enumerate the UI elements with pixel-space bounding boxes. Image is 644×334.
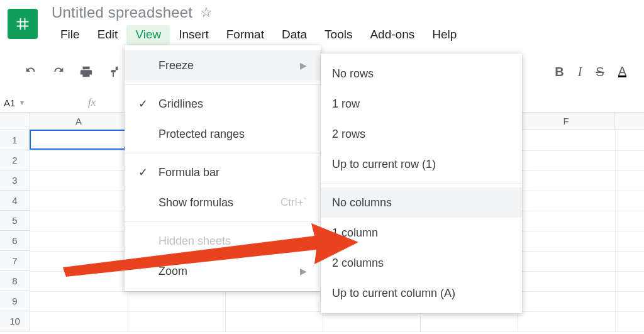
menu-item-label: 1 row — [332, 97, 508, 111]
sheets-logo[interactable] — [8, 9, 38, 39]
menu-item-zoom[interactable]: Zoom▶ — [125, 256, 321, 286]
menu-item-label: Freeze — [158, 59, 291, 72]
freeze-no-rows[interactable]: No rows — [321, 58, 522, 89]
check-icon: ✓ — [136, 165, 150, 179]
freeze-2-rows[interactable]: 2 rows — [321, 119, 522, 149]
menu-item-label: No rows — [332, 67, 508, 81]
menu-item-label: 2 rows — [332, 128, 508, 141]
submenu-arrow-icon: ▶ — [300, 60, 307, 70]
paint-format-icon[interactable] — [107, 65, 121, 79]
name-box-value: A1 — [4, 97, 15, 108]
menu-bar: File Edit View Insert Format Data Tools … — [52, 25, 465, 45]
freeze-submenu: No rows 1 row 2 rows Up to current row (… — [321, 53, 522, 313]
freeze-1-column[interactable]: 1 column — [321, 218, 522, 248]
menu-item-hidden-sheets: Hidden sheets▶ — [125, 226, 321, 256]
row-header[interactable]: 2 — [0, 150, 30, 170]
freeze-upto-row[interactable]: Up to current row (1) — [321, 149, 522, 179]
menu-item-label: Formula bar — [158, 166, 307, 179]
row-header[interactable]: 10 — [0, 311, 30, 331]
menu-view[interactable]: View — [126, 25, 170, 45]
col-header[interactable]: A — [30, 113, 128, 130]
row-header[interactable]: 6 — [0, 231, 30, 251]
menu-item-label: Up to current row (1) — [332, 158, 508, 171]
submenu-arrow-icon: ▶ — [300, 266, 307, 276]
star-icon[interactable]: ☆ — [200, 4, 213, 21]
menu-item-label: Show formulas — [158, 196, 272, 209]
menu-item-label: 1 column — [332, 226, 508, 240]
strike-button[interactable]: S — [596, 65, 604, 79]
print-icon[interactable] — [79, 65, 93, 79]
menu-edit[interactable]: Edit — [89, 25, 127, 45]
menu-data[interactable]: Data — [273, 25, 316, 45]
row-header[interactable]: 3 — [0, 170, 30, 191]
bold-button[interactable]: B — [555, 65, 564, 79]
chevron-down-icon[interactable]: ▾ — [20, 98, 24, 107]
row-header[interactable]: 8 — [0, 271, 30, 291]
menu-item-label: Protected ranges — [158, 128, 307, 141]
menu-item-label: Up to current column (A) — [332, 287, 508, 300]
menu-item-label: Gridlines — [158, 97, 307, 111]
menu-item-shortcut: Ctrl+` — [280, 196, 307, 209]
name-box[interactable]: A1 ▾ — [0, 97, 74, 108]
menu-item-protected-ranges[interactable]: Protected ranges — [125, 119, 321, 149]
check-icon: ✓ — [136, 97, 150, 111]
menu-item-formula-bar[interactable]: ✓Formula bar — [125, 157, 321, 187]
text-color-button[interactable]: A — [618, 67, 626, 77]
menu-item-freeze[interactable]: Freeze▶ — [125, 50, 321, 81]
undo-icon[interactable] — [24, 65, 38, 79]
svg-rect-0 — [16, 18, 30, 31]
menu-help[interactable]: Help — [423, 25, 465, 45]
col-header[interactable]: F — [518, 113, 615, 130]
menu-item-label: Zoom — [158, 265, 291, 278]
row-header[interactable]: 7 — [0, 251, 30, 271]
menu-insert[interactable]: Insert — [170, 25, 218, 45]
row-header[interactable]: 1 — [0, 130, 30, 150]
menu-item-label: 2 columns — [332, 257, 508, 270]
selected-cell[interactable] — [30, 130, 127, 150]
row-header[interactable]: 9 — [0, 291, 30, 311]
redo-icon[interactable] — [52, 65, 65, 79]
document-title[interactable]: Untitled spreadsheet — [52, 4, 192, 21]
freeze-1-row[interactable]: 1 row — [321, 89, 522, 119]
menu-addons[interactable]: Add-ons — [361, 25, 423, 45]
freeze-upto-column[interactable]: Up to current column (A) — [321, 278, 522, 308]
menu-item-label: No columns — [332, 196, 508, 209]
menu-format[interactable]: Format — [218, 25, 273, 45]
menu-item-show-formulas[interactable]: Show formulasCtrl+` — [125, 187, 321, 218]
freeze-no-columns[interactable]: No columns — [321, 187, 522, 218]
freeze-2-columns[interactable]: 2 columns — [321, 248, 522, 278]
view-dropdown: Freeze▶ ✓Gridlines Protected ranges ✓For… — [125, 45, 321, 291]
submenu-arrow-icon: ▶ — [300, 236, 307, 246]
menu-item-gridlines[interactable]: ✓Gridlines — [125, 89, 321, 119]
menu-tools[interactable]: Tools — [316, 25, 361, 45]
italic-button[interactable]: I — [578, 65, 582, 79]
row-header[interactable]: 4 — [0, 191, 30, 211]
menu-file[interactable]: File — [52, 25, 89, 45]
row-header[interactable]: 5 — [0, 211, 30, 231]
fx-label: fx — [88, 96, 96, 109]
menu-item-label: Hidden sheets — [158, 235, 291, 248]
